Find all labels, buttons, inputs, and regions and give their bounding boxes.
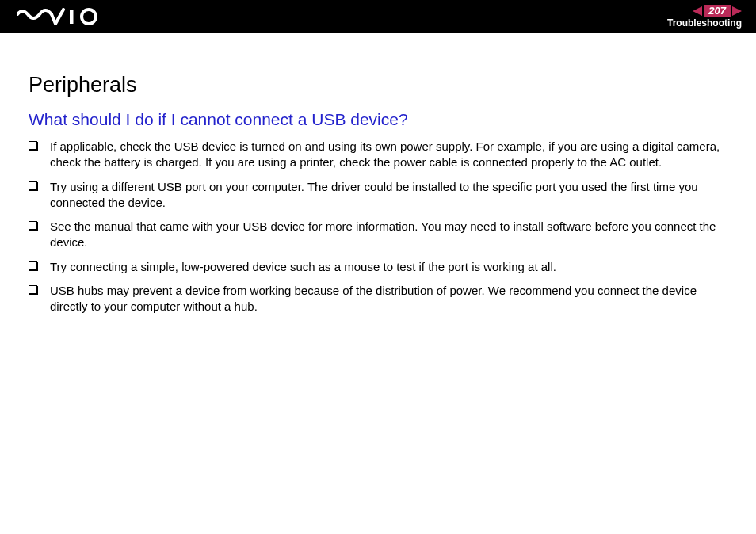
page-title: Peripherals bbox=[29, 73, 727, 97]
list-item: Try connecting a simple, low-powered dev… bbox=[29, 259, 727, 275]
bullet-text: USB hubs may prevent a device from worki… bbox=[50, 283, 727, 315]
prev-page-arrow-icon[interactable] bbox=[693, 6, 702, 16]
page-nav: 207 bbox=[693, 5, 742, 17]
bullet-text: If applicable, check the USB device is t… bbox=[50, 139, 727, 171]
next-page-arrow-icon[interactable] bbox=[732, 6, 742, 16]
question-heading: What should I do if I cannot connect a U… bbox=[29, 110, 727, 129]
square-bullet-icon bbox=[29, 221, 37, 230]
svg-rect-0 bbox=[70, 10, 74, 24]
header-right: 207 Troubleshooting bbox=[667, 5, 742, 29]
list-item: See the manual that came with your USB d… bbox=[29, 219, 727, 251]
bullet-text: Try using a different USB port on your c… bbox=[50, 179, 727, 212]
square-bullet-icon bbox=[29, 285, 37, 294]
list-item: Try using a different USB port on your c… bbox=[29, 179, 727, 212]
square-bullet-icon bbox=[29, 141, 37, 150]
square-bullet-icon bbox=[29, 261, 37, 270]
bullet-text: Try connecting a simple, low-powered dev… bbox=[50, 259, 727, 275]
section-label: Troubleshooting bbox=[667, 17, 742, 29]
page-number: 207 bbox=[704, 5, 731, 17]
square-bullet-icon bbox=[29, 181, 37, 190]
vaio-logo bbox=[17, 8, 105, 25]
header: 207 Troubleshooting bbox=[0, 0, 756, 33]
list-item: USB hubs may prevent a device from worki… bbox=[29, 283, 727, 315]
svg-point-1 bbox=[82, 10, 96, 24]
bullet-list: If applicable, check the USB device is t… bbox=[29, 139, 727, 315]
bullet-text: See the manual that came with your USB d… bbox=[50, 219, 727, 251]
list-item: If applicable, check the USB device is t… bbox=[29, 139, 727, 171]
content: Peripherals What should I do if I cannot… bbox=[0, 33, 756, 315]
